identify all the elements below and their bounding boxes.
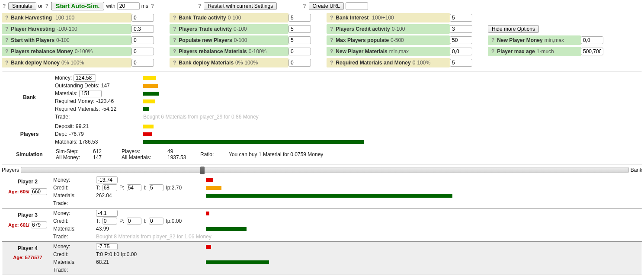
setting-input-rebalance-money[interactable] [131, 48, 154, 55]
player-credit-i-input[interactable] [149, 184, 163, 191]
player-age-input[interactable] [31, 221, 47, 228]
setting-input-rebalance-mat[interactable] [288, 48, 311, 55]
player-money-input[interactable] [96, 176, 118, 183]
setting-input-players-credit[interactable] [450, 25, 472, 33]
player-credit-i-input[interactable] [149, 218, 163, 224]
help-icon[interactable]: ? [150, 3, 155, 9]
player-money-input[interactable] [96, 243, 118, 250]
setting-input-player-max-age[interactable] [581, 48, 603, 55]
hide-more-options-button[interactable]: Hide more Options [488, 25, 539, 33]
help-icon[interactable]: ? [329, 48, 334, 55]
create-url-button[interactable]: Create URL [309, 2, 344, 10]
help-icon[interactable]: ? [172, 37, 177, 43]
setting-name: Player max age [497, 48, 535, 55]
player-age-input[interactable] [31, 188, 47, 195]
player-credit-p-input[interactable] [127, 218, 141, 224]
bank-reqmat-label: Required Materials: [55, 105, 100, 113]
slider-thumb-icon[interactable] [200, 167, 205, 174]
player-mat-bar [206, 194, 452, 198]
help-icon[interactable]: ? [490, 48, 495, 55]
help-icon[interactable]: ? [172, 60, 177, 66]
player-age: Age: 601/ [4, 221, 51, 228]
setting-range: 0-100 [228, 15, 241, 21]
help-icon[interactable]: ? [4, 48, 9, 55]
setting-input-max-players[interactable] [450, 36, 472, 44]
help-icon[interactable]: ? [329, 37, 334, 43]
setting-range: 0-100% [413, 60, 430, 66]
sim-allmat-value: 1937.53 [167, 154, 198, 160]
player-credit-t-input[interactable] [103, 218, 117, 224]
help-icon[interactable]: ? [4, 60, 9, 66]
player-money-bar [206, 212, 209, 215]
bank-money-bar [143, 76, 156, 80]
setting-input-required-mat-money[interactable] [450, 59, 472, 67]
player-credit-p-input[interactable] [127, 184, 141, 191]
player-credit-bar [206, 186, 221, 190]
bank-title: Bank [6, 94, 53, 100]
player-mat-value: 43.99 [96, 225, 204, 233]
sim-players-value: 49 [167, 148, 198, 154]
help-icon[interactable]: ? [329, 60, 334, 66]
setting-populate-players: ?Populate new Players 0-100 [170, 35, 288, 45]
setting-input-new-player-mat[interactable] [450, 48, 472, 55]
setting-input-start-players[interactable] [131, 36, 154, 44]
setting-player-max-age: ?Player max age 1-much [488, 47, 581, 56]
setting-input-bank-deploy-money[interactable] [131, 59, 154, 67]
setting-input-new-player-money[interactable] [581, 36, 603, 44]
player-money-label: Money: [53, 176, 94, 184]
setting-players-trade: ?Players Trade activity 0-100 [170, 24, 288, 34]
players-dept-value: -76.79 [69, 130, 84, 138]
player-name: Player 2 [4, 179, 51, 185]
ms-input[interactable] [117, 2, 140, 10]
setting-bank-deploy-money: ?Bank deploy Money 0%-100% [2, 58, 131, 67]
setting-input-player-harvesting[interactable] [131, 25, 154, 33]
player-card: Player 4Age: 577/577Money:Credit:Materia… [2, 241, 642, 275]
players-bank-slider[interactable] [21, 167, 629, 173]
help-icon[interactable]: ? [4, 26, 9, 32]
simulate-button[interactable]: Simulate [8, 2, 36, 10]
help-icon[interactable]: ? [172, 48, 177, 55]
setting-range: min,max [545, 37, 564, 43]
bank-trade-label: Trade: [55, 113, 70, 121]
player-money-input[interactable] [96, 210, 118, 217]
setting-input-bank-interest[interactable] [450, 14, 472, 22]
sim-ratio-label: Ratio: [200, 151, 226, 157]
restart-button[interactable]: Restart with current Settings [204, 2, 277, 10]
help-icon[interactable]: ? [490, 37, 495, 43]
start-auto-sim-button[interactable]: Start Auto-Sim. [51, 2, 104, 10]
player-credit-t-input[interactable] [103, 184, 117, 191]
help-icon[interactable]: ? [329, 26, 334, 32]
players-title: Players [6, 131, 53, 137]
help-icon[interactable]: ? [172, 15, 177, 21]
bank-reqmoney-label: Required Money: [55, 97, 94, 105]
setting-input-bank-harvesting[interactable] [131, 14, 154, 22]
setting-input-bank-trade[interactable] [288, 14, 311, 22]
players-deposit-value: 99.21 [76, 122, 89, 130]
help-icon[interactable]: ? [302, 3, 307, 9]
player-age: Age: 605/ [4, 188, 51, 195]
bank-money-input[interactable] [74, 74, 96, 82]
players-dept-label: Dept: [55, 130, 67, 138]
help-icon[interactable]: ? [45, 3, 49, 9]
setting-required-mat-money: ?Required Materials and Money 0-100% [327, 58, 450, 67]
bank-debts-value: 147 [101, 82, 110, 90]
setting-input-players-trade[interactable] [288, 25, 311, 33]
setting-name: Players Credit activity [336, 26, 390, 32]
bank-mat-input[interactable] [79, 90, 102, 97]
url-input[interactable] [346, 2, 368, 10]
help-icon[interactable]: ? [2, 3, 6, 9]
setting-input-bank-deploy-mat[interactable] [288, 59, 311, 67]
help-icon[interactable]: ? [197, 3, 202, 9]
setting-rebalance-mat: ?Players rebalance Materials 0-100% [170, 47, 288, 56]
help-icon[interactable]: ? [4, 37, 9, 43]
player-trade-text: Bought 8 Materials from player_32 for 1.… [96, 233, 204, 241]
help-icon[interactable]: ? [172, 26, 177, 32]
player-mat-value: 68.21 [96, 258, 204, 266]
setting-name: Bank deploy Materials [179, 60, 234, 66]
help-icon[interactable]: ? [329, 15, 334, 21]
setting-bank-trade: ?Bank Trade activity 0-100 [170, 13, 288, 22]
bank-trade-text: Bought 6 Materials from player_29 for 0.… [143, 114, 259, 120]
help-icon[interactable]: ? [4, 15, 9, 21]
setting-input-populate-players[interactable] [288, 36, 311, 44]
sim-allmoney-value: 147 [93, 154, 119, 160]
